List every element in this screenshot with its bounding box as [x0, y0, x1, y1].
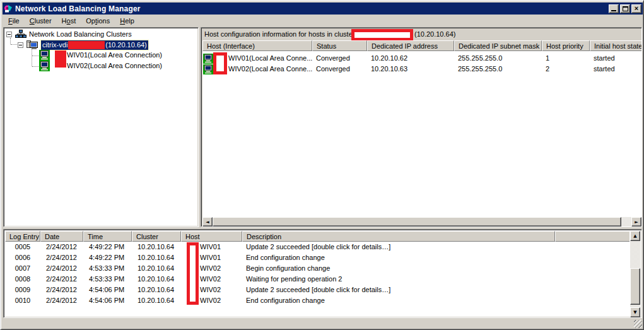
- menu-cluster[interactable]: Cluster: [25, 16, 57, 27]
- column-header-filler: [555, 231, 629, 242]
- time-cell: 4:49:22 PM: [83, 242, 132, 252]
- maximize-button[interactable]: [620, 4, 630, 13]
- redaction-box: [68, 41, 105, 49]
- column-header-status[interactable]: Status: [312, 40, 367, 51]
- scroll-right-button[interactable]: ►: [631, 217, 641, 227]
- tree-cluster-label[interactable]: citrix-vdi (10.20.10.64): [41, 40, 148, 50]
- description-cell: Update 2 succeeded [double click for det…: [242, 242, 555, 252]
- tree-host-label[interactable]: WIV02(Local Area Connection): [67, 62, 162, 69]
- scrollbar-track[interactable]: [621, 217, 631, 227]
- collapse-toggle-icon[interactable]: [6, 32, 12, 37]
- vertical-scrollbar[interactable]: ▲ ▼: [630, 231, 640, 317]
- column-header-time[interactable]: Time: [83, 231, 132, 242]
- column-header-log-entry[interactable]: Log Entry: [5, 231, 40, 242]
- column-header-dedicated-ip[interactable]: Dedicated IP address: [367, 40, 454, 51]
- arrow-left-icon: ◄: [206, 220, 209, 225]
- host-interface-cell: WIV01(Local Area Conne...: [228, 53, 312, 64]
- window-title: Network Load Balancing Manager: [15, 4, 607, 13]
- arrow-down-icon: ▼: [633, 310, 636, 315]
- resize-grip[interactable]: [634, 320, 642, 328]
- horizontal-scrollbar[interactable]: ◄ ►: [202, 217, 641, 227]
- scroll-left-button[interactable]: ◄: [202, 217, 213, 227]
- host-config-info: Host configuration information for hosts…: [204, 30, 354, 38]
- status-cell: Converged: [312, 64, 367, 74]
- description-cell: Update 2 succeeded [double click for det…: [242, 285, 555, 295]
- column-header-host[interactable]: Host: [181, 231, 242, 242]
- redaction-box: [187, 242, 199, 305]
- host-row[interactable]: WIV02(Local Area Conne... Converged 10.2…: [202, 64, 641, 74]
- tree-row-cluster[interactable]: citrix-vdi (10.20.10.64): [18, 40, 148, 50]
- log-entry-cell: 0009: [5, 285, 40, 295]
- nlb-clusters-icon: [15, 30, 26, 38]
- log-row[interactable]: 0008 2/24/2012 4:53:33 PM 10.20.10.64 WI…: [5, 274, 629, 285]
- status-bar: [3, 319, 643, 329]
- cluster-icon: [26, 40, 38, 50]
- column-header-host-interface[interactable]: Host (Interface): [202, 40, 312, 51]
- dedicated-ip-cell: 10.20.10.62: [367, 53, 454, 64]
- cluster-cell: 10.20.10.64: [132, 242, 181, 252]
- date-cell: 2/24/2012: [40, 242, 83, 252]
- log-row[interactable]: 0005 2/24/2012 4:49:22 PM 10.20.10.64 WI…: [5, 242, 629, 252]
- scrollbar-thumb[interactable]: [630, 268, 640, 305]
- host-list-header: Host (Interface) Status Dedicated IP add…: [202, 40, 641, 51]
- date-cell: 2/24/2012: [40, 274, 83, 285]
- subnet-mask-cell: 255.255.255.0: [454, 64, 542, 74]
- arrow-up-icon: ▲: [633, 233, 636, 239]
- log-entry-cell: 0008: [5, 274, 40, 285]
- scrollbar-thumb[interactable]: [213, 217, 621, 227]
- log-header: Log Entry Date Time Cluster Host Descrip…: [5, 231, 629, 242]
- minimize-icon: [611, 10, 616, 11]
- date-cell: 2/24/2012: [40, 295, 83, 306]
- host-interface-cell: WIV02(Local Area Conne...: [228, 64, 312, 74]
- host-config-panel: Host configuration information for hosts…: [201, 27, 642, 227]
- menu-help[interactable]: Help: [115, 16, 139, 27]
- collapse-toggle-icon[interactable]: [18, 42, 23, 48]
- log-entry-cell: 0005: [5, 242, 40, 252]
- close-button[interactable]: ×: [631, 4, 641, 13]
- priority-cell: 1: [542, 53, 590, 64]
- priority-cell: 2: [542, 64, 590, 74]
- close-icon: ×: [635, 5, 638, 12]
- tree-root-label[interactable]: Network Load Balancing Clusters: [29, 30, 132, 38]
- menu-host[interactable]: Host: [57, 16, 81, 27]
- column-header-description[interactable]: Description: [242, 231, 555, 242]
- column-header-date[interactable]: Date: [40, 231, 83, 242]
- time-cell: 4:53:33 PM: [83, 274, 132, 285]
- tree-row-root[interactable]: Network Load Balancing Clusters: [6, 29, 132, 39]
- log-row[interactable]: 0007 2/24/2012 4:53:33 PM 10.20.10.64 WI…: [5, 263, 629, 274]
- title-bar: Network Load Balancing Manager ×: [3, 3, 643, 15]
- date-cell: 2/24/2012: [40, 263, 83, 274]
- column-header-initial-host-state[interactable]: Initial host state: [590, 40, 641, 51]
- log-entry-cell: 0007: [5, 263, 40, 274]
- menu-file[interactable]: File: [3, 16, 25, 27]
- log-row[interactable]: 0006 2/24/2012 4:49:22 PM 10.20.10.64 WI…: [5, 252, 629, 263]
- cluster-cell: 10.20.10.64: [132, 263, 181, 274]
- description-cell: Waiting for pending operation 2: [242, 274, 555, 285]
- scrollbar-track[interactable]: [630, 241, 640, 268]
- log-entry-cell: 0010: [5, 295, 40, 306]
- app-icon[interactable]: [4, 4, 13, 13]
- log-row[interactable]: 0010 2/24/2012 4:54:06 PM 10.20.10.64 WI…: [5, 295, 629, 306]
- date-cell: 2/24/2012: [40, 285, 83, 295]
- cluster-cell: 10.20.10.64: [132, 295, 181, 306]
- menu-options[interactable]: Options: [81, 16, 115, 27]
- time-cell: 4:54:06 PM: [83, 285, 132, 295]
- description-cell: Begin configuration change: [242, 263, 555, 274]
- redaction-box: [55, 50, 66, 68]
- menu-bar: File Cluster Host Options Help: [3, 15, 643, 27]
- time-cell: 4:49:22 PM: [83, 252, 132, 263]
- host-icon: [203, 54, 213, 64]
- host-row[interactable]: WIV01(Local Area Conne... Converged 10.2…: [202, 53, 641, 64]
- scroll-up-button[interactable]: ▲: [630, 231, 640, 241]
- description-cell: End configuration change: [242, 295, 555, 306]
- minimize-button[interactable]: [609, 4, 619, 13]
- log-row[interactable]: 0009 2/24/2012 4:54:06 PM 10.20.10.64 WI…: [5, 285, 629, 295]
- host-icon: [39, 61, 50, 71]
- scroll-down-button[interactable]: ▼: [630, 307, 640, 317]
- column-header-cluster[interactable]: Cluster: [132, 231, 181, 242]
- tree-host-label[interactable]: WIV01(Local Area Connection): [67, 51, 162, 59]
- column-header-subnet-mask[interactable]: Dedicated IP subnet mask: [454, 40, 542, 51]
- column-header-host-priority[interactable]: Host priority: [542, 40, 590, 51]
- maximize-icon: [623, 6, 628, 11]
- arrow-right-icon: ►: [635, 220, 638, 225]
